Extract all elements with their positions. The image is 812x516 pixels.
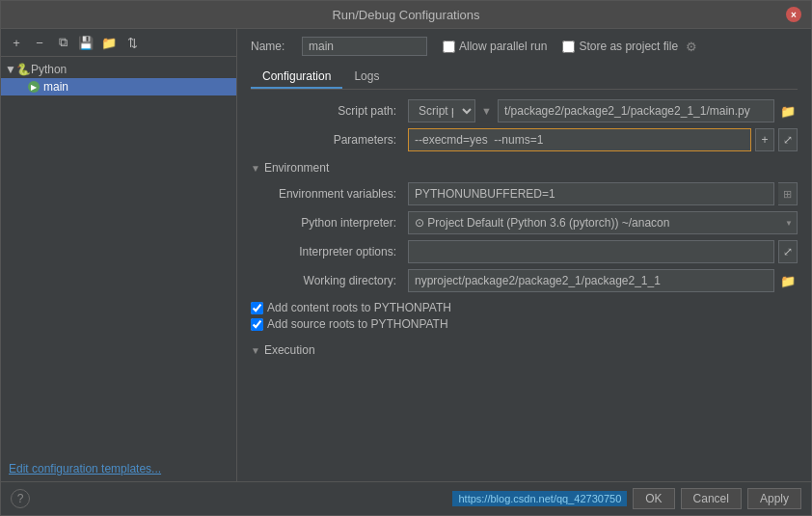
right-panel: Name: Allow parallel run Store as projec… [237, 29, 811, 481]
add-content-roots-checkbox[interactable] [251, 302, 263, 314]
allow-parallel-group: Allow parallel run [443, 40, 547, 53]
allow-parallel-label: Allow parallel run [459, 40, 547, 53]
tree-python-group[interactable]: ▼ 🐍 Python [1, 61, 236, 78]
store-project-label: Store as project file [579, 40, 678, 53]
interpreter-options-input[interactable] [408, 240, 774, 263]
save-config-button[interactable]: 💾 [76, 33, 95, 52]
allow-parallel-checkbox[interactable] [443, 41, 455, 53]
python-icon: 🐍 [16, 63, 31, 76]
script-path-label: Script path: [251, 104, 400, 118]
script-path-row: Script path ▼ 📁 [408, 99, 798, 122]
left-panel: + − ⧉ 💾 📁 ⇅ ▼ 🐍 Python ▶ main Edit confi… [1, 29, 237, 481]
name-input[interactable] [302, 37, 427, 56]
store-project-group: Store as project file [562, 40, 678, 53]
run-icon: ▶ [28, 81, 40, 93]
add-content-roots-row: Add content roots to PYTHONPATH [251, 301, 798, 314]
env-variables-row: ⊞ [408, 182, 798, 205]
run-debug-dialog: Run/Debug Configurations × + − ⧉ 💾 📁 ⇅ ▼… [0, 0, 812, 516]
script-path-input[interactable] [498, 99, 774, 122]
working-dir-label: Working directory: [251, 274, 400, 287]
tab-logs[interactable]: Logs [342, 66, 391, 89]
env-arrow-icon: ▼ [251, 163, 260, 174]
remove-config-button[interactable]: − [30, 33, 49, 52]
bottom-bar: ? https://blog.csdn.net/qq_42730750 OK C… [1, 481, 811, 515]
working-dir-folder-btn[interactable]: 📁 [778, 271, 798, 290]
copy-config-button[interactable]: ⧉ [53, 33, 72, 52]
gear-icon[interactable]: ⚙ [686, 40, 697, 54]
status-url-link[interactable]: https://blog.csdn.net/qq_42730750 [452, 491, 627, 506]
interpreter-row: ⊙ Project Default (Python 3.6 (pytorch))… [408, 211, 798, 234]
tree-main-label: main [43, 80, 68, 94]
apply-button[interactable]: Apply [747, 488, 801, 509]
name-row: Name: Allow parallel run Store as projec… [251, 37, 798, 56]
script-path-folder-btn[interactable]: 📁 [778, 101, 798, 121]
parameters-input[interactable] [408, 128, 751, 151]
ok-button[interactable]: OK [633, 488, 674, 509]
help-button[interactable]: ? [11, 489, 30, 508]
add-source-roots-label: Add source roots to PYTHONPATH [267, 317, 448, 331]
tree-area: ▼ 🐍 Python ▶ main [1, 57, 236, 456]
interpreter-options-expand-btn[interactable]: ⤢ [778, 240, 798, 263]
folder-config-button[interactable]: 📁 [99, 33, 119, 52]
add-source-roots-checkbox[interactable] [251, 318, 263, 331]
working-dir-row: 📁 [408, 269, 798, 292]
env-variables-label: Environment variables: [251, 187, 400, 201]
tab-configuration[interactable]: Configuration [251, 66, 342, 89]
interpreter-options-label: Interpreter options: [251, 245, 400, 258]
execution-label: Execution [264, 343, 315, 357]
name-label: Name: [251, 40, 294, 53]
python-group-label: Python [31, 63, 67, 76]
add-source-roots-row: Add source roots to PYTHONPATH [251, 317, 798, 331]
interpreter-select-wrapper: ⊙ Project Default (Python 3.6 (pytorch))… [408, 211, 798, 234]
working-dir-input[interactable] [408, 269, 774, 292]
store-project-checkbox[interactable] [562, 41, 575, 53]
interpreter-select[interactable]: ⊙ Project Default (Python 3.6 (pytorch))… [408, 211, 798, 234]
sort-config-button[interactable]: ⇅ [122, 33, 142, 52]
title-bar: Run/Debug Configurations × [1, 1, 811, 29]
main-content: + − ⧉ 💾 📁 ⇅ ▼ 🐍 Python ▶ main Edit confi… [1, 29, 811, 481]
dialog-title: Run/Debug Configurations [274, 8, 537, 22]
parameters-expand-btn[interactable]: ⤢ [778, 128, 798, 151]
env-variables-input[interactable] [408, 182, 774, 205]
edit-templates-link[interactable]: Edit configuration templates... [1, 456, 236, 481]
execution-section-header: ▼ Execution [251, 343, 798, 357]
env-copy-btn[interactable]: ⊞ [778, 182, 798, 205]
interpreter-options-row: ⤢ [408, 240, 798, 263]
parameters-row: + ⤢ [408, 128, 798, 151]
tree-item-main[interactable]: ▶ main [1, 78, 236, 95]
script-path-type-select[interactable]: Script path [408, 99, 475, 122]
script-path-expand-btn[interactable]: ▼ [479, 105, 494, 117]
tree-arrow-icon: ▼ [5, 63, 16, 76]
checkboxes-section: Add content roots to PYTHONPATH Add sour… [251, 298, 798, 334]
add-config-button[interactable]: + [7, 33, 26, 52]
interpreter-label: Python interpreter: [251, 216, 400, 230]
parameters-label: Parameters: [251, 133, 400, 147]
close-button[interactable]: × [786, 7, 801, 22]
environment-label: Environment [264, 161, 329, 175]
toolbar: + − ⧉ 💾 📁 ⇅ [1, 29, 236, 57]
execution-arrow-icon: ▼ [251, 345, 260, 356]
environment-section-header: ▼ Environment [251, 161, 798, 175]
parameters-add-btn[interactable]: + [755, 128, 774, 151]
cancel-button[interactable]: Cancel [681, 488, 742, 509]
tabs-row: Configuration Logs [251, 66, 798, 90]
config-form: Script path: Script path ▼ 📁 Parameters:… [251, 99, 798, 359]
add-content-roots-label: Add content roots to PYTHONPATH [267, 301, 451, 314]
